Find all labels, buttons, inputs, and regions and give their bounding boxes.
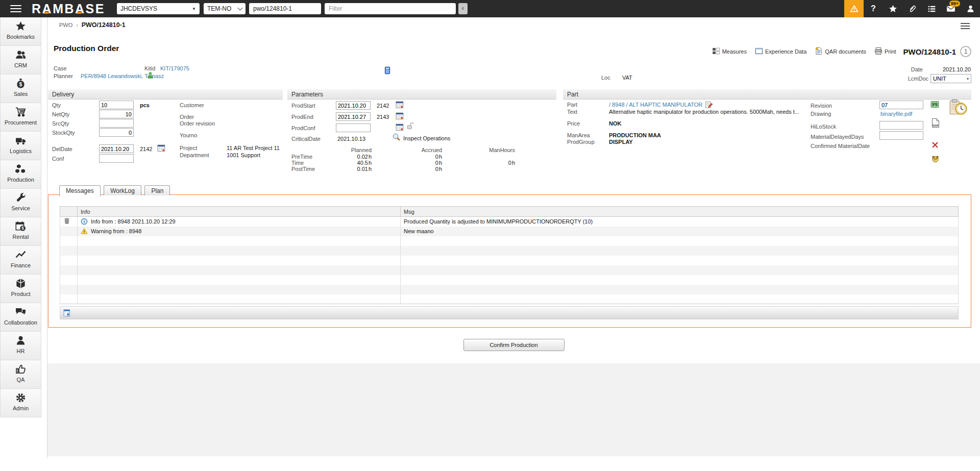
row-actions-cell — [60, 227, 78, 236]
warning-icon — [81, 228, 88, 235]
price-value: NOK — [609, 120, 621, 127]
sidebar-item-production[interactable]: Production — [0, 160, 41, 189]
qty-label: Qty — [52, 102, 61, 108]
lcmdoc-value: UNIT — [933, 76, 946, 82]
inspect-operations-link[interactable]: Inspect Operations — [403, 135, 450, 141]
parameters-section: Parameters ProdStart 2142 ProdEnd 2143 P… — [287, 89, 556, 174]
price-label: Price — [567, 120, 580, 127]
conf-input[interactable] — [99, 154, 134, 163]
inspect-operations-icon[interactable] — [392, 133, 401, 141]
sidebar-item-bookmarks[interactable]: Bookmarks — [0, 17, 41, 46]
edit-part-icon[interactable] — [705, 101, 713, 109]
criticaldate-value: 2021.10.13 — [337, 136, 365, 142]
sidebar-item-crm[interactable]: CRM — [0, 46, 41, 75]
sidebar-item-finance[interactable]: Finance — [0, 246, 41, 275]
prodend-input[interactable] — [336, 112, 371, 121]
row-actions-cell — [60, 236, 78, 246]
revision-input[interactable] — [879, 101, 923, 109]
chevron-down-icon — [238, 5, 243, 10]
prodconf-calendar-icon[interactable] — [396, 123, 404, 131]
msg-cell: Produced Quantity is adjusted to MINIMUM… — [401, 217, 959, 227]
attachments-button[interactable] — [902, 0, 922, 17]
customer-label: Customer — [180, 102, 204, 108]
drawing-link[interactable]: binaryfile.pdf — [880, 111, 912, 117]
system-select[interactable]: JHCDEVSYS ▼ — [117, 3, 200, 14]
sidebar-item-procurement[interactable]: Procurement — [0, 103, 41, 132]
messages-button[interactable]: 99+ — [941, 0, 961, 17]
sidebar-item-rental[interactable]: $Rental — [0, 217, 41, 246]
sidebar-item-service[interactable]: Service — [0, 189, 41, 217]
experience-data-button[interactable]: Experience Data — [755, 47, 806, 56]
paperclip-icon — [908, 5, 917, 13]
prodstart-week: 2142 — [377, 103, 389, 109]
breadcrumb: PWO › PWO/124810-1 — [47, 17, 980, 33]
message-row[interactable]: Info from : 8948 2021.10.20 12:29Produce… — [60, 217, 959, 227]
sidebar-item-logistics[interactable]: Logistics — [0, 132, 41, 160]
info-cell: Info from : 8948 2021.10.20 12:29 — [78, 217, 401, 227]
tab-plan[interactable]: Plan — [144, 185, 170, 195]
time-registration-icon[interactable] — [949, 98, 967, 116]
sidebar-item-collaboration[interactable]: Collaboration — [0, 303, 41, 332]
qty-input[interactable] — [99, 101, 134, 109]
deldate-input[interactable] — [99, 144, 134, 153]
stockqty-input[interactable] — [99, 128, 134, 137]
main-content: PWO › PWO/124810-1 Production Order Meas… — [47, 17, 980, 458]
program-search-input[interactable] — [249, 3, 321, 14]
qar-documents-button[interactable]: QAR documents — [815, 47, 866, 56]
calculator-icon[interactable] — [383, 66, 391, 75]
sidebar-item-label: Procurement — [1, 119, 41, 126]
sar-document-icon[interactable]: SAR — [931, 118, 940, 128]
prodgroup-label: ProdGroup — [567, 139, 595, 145]
rambase-logo[interactable]: RAMBASE — [32, 2, 105, 16]
sidebar-item-qa[interactable]: QA — [0, 360, 41, 389]
filter-input[interactable] — [325, 3, 456, 14]
prodconf-input[interactable] — [336, 123, 371, 132]
kitid-link[interactable]: KIT/179075 — [160, 65, 189, 71]
unlock-icon[interactable] — [406, 122, 414, 130]
sidebar-item-product[interactable]: Product — [0, 275, 41, 303]
srcqty-input[interactable] — [99, 119, 134, 128]
locale-select[interactable]: TEM-NO — [204, 3, 246, 14]
message-info-text: Info from : 8948 2021.10.20 12:29 — [91, 218, 176, 225]
top-bar: RAMBASE JHCDEVSYS ▼ TEM-NO ‹ ? 99+ — [0, 0, 980, 17]
lcmdoc-select[interactable]: UNIT ▾ — [930, 74, 971, 83]
planner-person-icon[interactable] — [146, 71, 154, 79]
breadcrumb-root[interactable]: PWO — [59, 22, 72, 28]
alerts-button[interactable] — [844, 0, 864, 17]
version-badge[interactable]: 1 — [960, 46, 971, 57]
profile-button[interactable] — [961, 0, 980, 17]
tab-messages[interactable]: Messages — [59, 185, 101, 196]
info-icon — [81, 218, 88, 225]
watchdog-icon[interactable] — [931, 155, 940, 163]
message-row[interactable]: Warning from : 8948New maano — [60, 227, 959, 236]
hilostock-label: HiLoStock — [811, 123, 836, 130]
tab-worklog[interactable]: WorkLog — [104, 185, 141, 195]
prodstart-input[interactable] — [336, 101, 371, 110]
collapse-search-button[interactable]: ‹ — [458, 3, 468, 14]
tasks-button[interactable] — [922, 0, 941, 17]
hilostock-input[interactable] — [879, 121, 923, 130]
prodstart-calendar-icon[interactable] — [396, 101, 404, 109]
sidebar-item-sales[interactable]: $Sales — [0, 75, 41, 103]
confirm-production-button[interactable]: Confirm Production — [463, 339, 565, 351]
rentcal-icon: $ — [15, 225, 26, 233]
print-button[interactable]: Print — [874, 47, 896, 56]
deldate-calendar-icon[interactable] — [157, 144, 165, 152]
project-value: 11 AR Test Project 11 — [227, 145, 280, 151]
part-link[interactable]: / 8948 / ALT HAPTIC MANIPULATOR — [609, 102, 702, 108]
help-button[interactable]: ? — [864, 0, 883, 17]
add-message-icon[interactable] — [63, 309, 71, 317]
msg-column-header: Msg — [401, 207, 959, 217]
measures-button[interactable]: Measures — [712, 47, 747, 56]
sidebar-item-admin[interactable]: Admin — [0, 389, 41, 417]
prodend-calendar-icon[interactable] — [396, 112, 404, 120]
hamburger-menu-icon[interactable] — [10, 3, 21, 14]
netqty-input[interactable] — [99, 110, 134, 118]
delete-message-icon[interactable] — [63, 217, 70, 225]
materialdelayeddays-input[interactable] — [879, 131, 923, 140]
favorites-button[interactable] — [883, 0, 902, 17]
barcode-icon[interactable] — [930, 100, 939, 109]
panel-menu-icon[interactable] — [961, 21, 970, 31]
actions-column-header — [60, 207, 78, 217]
sidebar-item-hr[interactable]: HR — [0, 332, 41, 360]
